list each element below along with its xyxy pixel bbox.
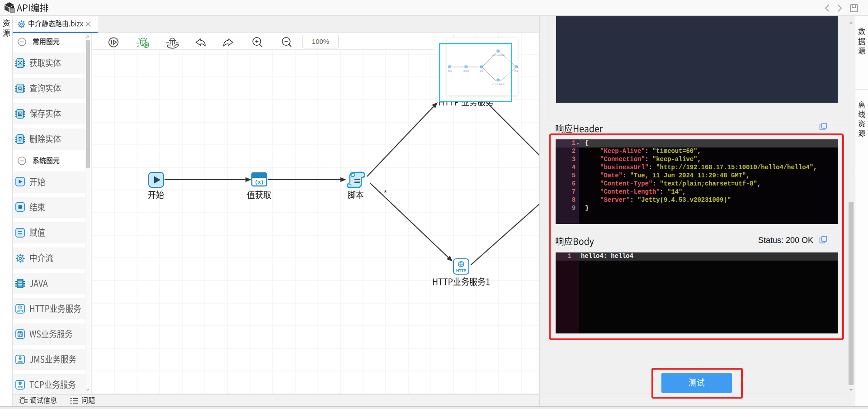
svg-text:HTTP: HTTP bbox=[456, 268, 467, 273]
svg-text:(x): (x) bbox=[255, 180, 264, 185]
svg-text:*: * bbox=[384, 189, 387, 197]
